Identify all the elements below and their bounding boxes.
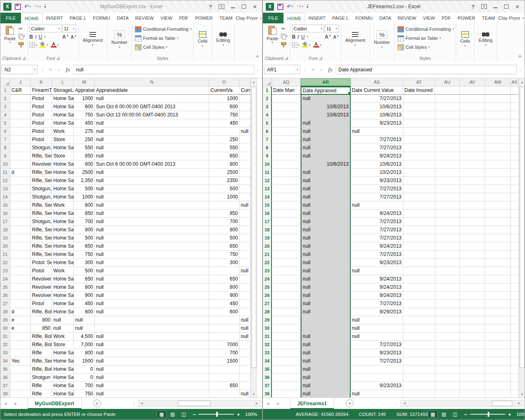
scroll-right-icon[interactable]: ► (516, 402, 523, 405)
cell[interactable] (272, 210, 301, 218)
scroll-up-icon[interactable]: ▲ (519, 79, 525, 86)
cell[interactable]: 7/27/2013 (351, 95, 403, 103)
cell[interactable] (435, 111, 460, 119)
row-header-16[interactable]: 16 (263, 210, 272, 218)
row-header-33[interactable]: 33 (0, 349, 10, 357)
cell[interactable] (485, 169, 511, 177)
cell[interactable] (240, 308, 251, 316)
cell[interactable]: 550 (209, 144, 240, 152)
cell[interactable]: null (95, 349, 209, 357)
cell[interactable] (272, 308, 301, 316)
cell[interactable]: null (240, 267, 251, 275)
enter-icon[interactable]: ✓ (57, 67, 61, 73)
cell[interactable]: Rifle, Sem (31, 251, 52, 259)
cell[interactable]: Pistol (31, 300, 52, 308)
cell[interactable]: 10/6/2013 (351, 103, 403, 111)
font-dialog-launcher-icon[interactable] (319, 57, 322, 60)
tab-scroll-splitter[interactable]: ⋮ (130, 401, 138, 406)
row-header-37[interactable]: 37 (0, 382, 10, 390)
cell[interactable]: Store (52, 152, 74, 160)
cell[interactable]: Work (52, 333, 74, 341)
cell[interactable]: Pistol (31, 119, 52, 128)
row-header-5[interactable]: 5 (263, 119, 272, 128)
ribbon-tab-view[interactable]: VIEW (157, 13, 176, 23)
vertical-scrollbar[interactable]: ▲ ▼ (519, 78, 525, 398)
cell[interactable] (240, 152, 251, 160)
row-header-9[interactable]: 9 (263, 152, 272, 160)
fill-color-button[interactable]: ▾ (40, 42, 48, 48)
cells-button[interactable]: Cells ▾ (458, 25, 472, 54)
formula-bar[interactable]: null (73, 65, 254, 74)
cell[interactable]: Shotgun, I (31, 218, 52, 226)
cell[interactable] (272, 292, 301, 300)
cell[interactable]: Rifle (31, 349, 52, 357)
row-header-28[interactable]: 28 (0, 308, 10, 316)
cell[interactable] (272, 324, 301, 333)
cell[interactable]: 550 (74, 144, 95, 152)
cell[interactable]: 10/6/2013 (301, 160, 351, 169)
cell[interactable] (511, 316, 519, 324)
ribbon-tab-review[interactable]: REVIEW (395, 13, 420, 23)
ribbon-tab-review[interactable]: REVIEW (132, 13, 157, 23)
cell[interactable]: Home Safe (52, 365, 74, 374)
cell[interactable]: StorageLo (52, 87, 74, 95)
cell[interactable] (485, 341, 511, 349)
cell[interactable]: null (301, 226, 351, 234)
cell[interactable] (272, 128, 301, 136)
cell[interactable] (209, 128, 240, 136)
cell[interactable] (403, 341, 435, 349)
zoom-level[interactable]: 100% (514, 412, 525, 417)
cell[interactable]: Home Safe (52, 283, 74, 292)
copy-button[interactable]: ▾ (281, 33, 288, 39)
cell[interactable] (10, 185, 31, 193)
cell[interactable] (460, 119, 485, 128)
cell[interactable]: Home Safe (52, 218, 74, 226)
cell[interactable]: Home Safe (52, 382, 74, 390)
cell[interactable] (435, 210, 460, 218)
cell[interactable] (485, 292, 511, 300)
row-header-33[interactable]: 33 (263, 349, 272, 357)
cell[interactable]: null (74, 324, 95, 333)
cell[interactable] (435, 119, 460, 128)
increase-font-button[interactable]: A▲ (325, 34, 331, 40)
cell[interactable] (272, 152, 301, 160)
cell[interactable]: null (95, 169, 209, 177)
cell[interactable] (460, 275, 485, 283)
cell[interactable] (485, 160, 511, 169)
help-icon[interactable]: ? (471, 4, 475, 10)
row-header-17[interactable]: 17 (263, 218, 272, 226)
cell[interactable] (95, 324, 209, 333)
column-header-AV[interactable]: AV (460, 78, 485, 87)
format-as-table-button[interactable]: Format as Table ▾ (397, 34, 454, 43)
cell[interactable]: 450 (209, 300, 240, 308)
cell[interactable]: Sun Oct 13 00:00:00 GMT-0400 2013 (95, 111, 209, 119)
column-header-AW[interactable]: AW (485, 78, 511, 87)
cell[interactable]: null (301, 333, 351, 341)
cell[interactable] (10, 177, 31, 185)
cell[interactable]: null (301, 193, 351, 201)
cell[interactable] (240, 103, 251, 111)
account-menu[interactable]: Clay Pryor ▾ (498, 13, 525, 23)
cell[interactable] (435, 218, 460, 226)
cell[interactable]: Home Safe (52, 390, 74, 398)
cell[interactable] (272, 185, 301, 193)
cell[interactable]: 800 (74, 283, 95, 292)
cell[interactable] (240, 349, 251, 357)
cell[interactable]: null (351, 267, 403, 275)
cell[interactable]: null (351, 128, 403, 136)
row-header-31[interactable]: 31 (0, 333, 10, 341)
row-header-30[interactable]: 30 (263, 324, 272, 333)
cell[interactable] (403, 160, 435, 169)
cell[interactable]: Rifle, Sem (31, 357, 52, 365)
cell[interactable] (435, 374, 460, 382)
cell[interactable] (272, 316, 301, 324)
row-header-6[interactable]: 6 (263, 128, 272, 136)
ribbon-tab-home[interactable]: HOME (283, 13, 305, 24)
font-color-button[interactable]: A▾ (313, 42, 322, 48)
scroll-right-icon[interactable]: ► (253, 402, 260, 405)
cell[interactable]: Rifle, Sem (31, 234, 52, 242)
column-header-AS[interactable]: AS (351, 78, 403, 87)
account-menu[interactable]: Clay Pryor ▾ (236, 13, 262, 23)
zoom-slider[interactable] (470, 414, 505, 415)
column-header-AX[interactable]: AX (511, 78, 519, 87)
